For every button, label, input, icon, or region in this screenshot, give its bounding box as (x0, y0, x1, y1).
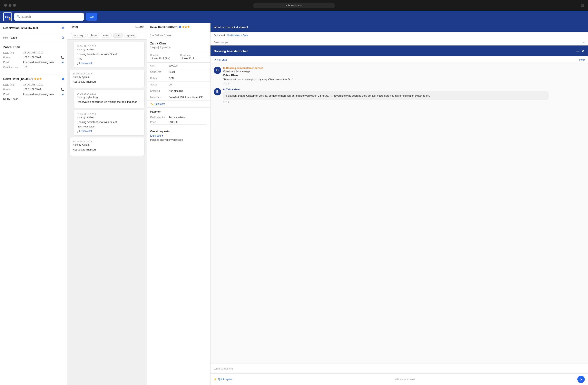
note-meta-2: 24 Oct 2017, 12:10 (73, 72, 142, 75)
tab-summary[interactable]: summary (71, 33, 86, 38)
quick-replies-button[interactable]: ⚡ Quick replies (214, 378, 232, 381)
extra-bed-label: Extra bed (150, 135, 161, 137)
email-value: test-email-int@booking.com (23, 61, 60, 64)
hotel-phone-icon[interactable]: 📞 (61, 88, 64, 91)
extra-bed-row[interactable]: Extra bed ▾ (150, 135, 207, 137)
middle-header: Hotel Guest (67, 23, 147, 31)
local-time-value: 24 Oct 2017 10:02 (23, 51, 64, 54)
phone-icon[interactable]: 📞 (61, 56, 64, 59)
send-icon: ➤ (580, 377, 583, 381)
detail-rows: Cost €100.00 Cancl. fee €0.00 Policy GEN… (147, 63, 210, 100)
hotel-local-time-value: 24 Oct 2017 10:02 (23, 83, 64, 86)
note-author-3: Note by mybooking (77, 96, 142, 99)
chat-minimize-button[interactable]: — (576, 49, 579, 53)
tab-email[interactable]: email (101, 33, 112, 38)
cost-label: Cost (150, 64, 169, 67)
guest-section: Zahra Khan Local time 24 Oct 2017 10:02 … (0, 42, 67, 74)
checkout-block: Check-out 12 Nov 2017 (180, 54, 207, 60)
phone-value: +00 11 22 33 44 (23, 56, 59, 59)
tab-phone[interactable]: phone (87, 33, 99, 38)
email-row: Email test-email-int@booking.com ✉ (3, 61, 64, 64)
cancl-value: €0.00 (169, 71, 207, 73)
hotel-email-icon[interactable]: ✉ (62, 93, 64, 96)
tab-chat[interactable]: chat (113, 33, 123, 38)
top-toolbar: TED 🔍 Go (0, 11, 588, 23)
chat-input-area[interactable]: Write something (210, 364, 588, 373)
hotel-email-value: test-email-int@booking.com (23, 93, 60, 96)
message-note: Guest sent this message (223, 70, 585, 73)
browser-icon: ⊡ (581, 3, 584, 8)
email-icon[interactable]: ✉ (62, 61, 64, 64)
search-input[interactable] (22, 15, 81, 18)
chat-header-actions: — ✕ (576, 49, 585, 53)
send-hint: shift + enter to send (395, 378, 415, 381)
chat-bubble-2: I just sent that to Customer Service, so… (223, 91, 549, 100)
message-body-1: to Booking.com Customer Service Guest se… (223, 67, 585, 85)
hotel-detail-copy-icon[interactable]: ⧉ (179, 25, 181, 29)
hotel-section-name: Relax Hotel (1234567) ★★★ ⧉ (3, 77, 64, 81)
open-chat-button-1[interactable]: 💬 Open chat (77, 62, 92, 65)
cancl-label: Cancl. fee (150, 71, 169, 73)
browser-dot-2 (9, 4, 11, 7)
status-label: Status (150, 83, 169, 86)
message-body-2: to Zahra Khan I just sent that to Custom… (223, 88, 585, 104)
url-bar[interactable]: cs.booking.com (253, 3, 335, 8)
chat-header: Booking Assistant chat — ✕ (210, 46, 588, 56)
go-button[interactable]: Go (86, 13, 97, 20)
quick-replies-label: Quick replies (218, 378, 232, 381)
guest-stay-name: Zahra Khan (150, 42, 207, 45)
pin-copy-icon[interactable]: ⧉ (62, 36, 64, 39)
price-row: Price €100.00 (150, 120, 207, 125)
guest-stay-nights: 1 night | 1 guest(s) (150, 46, 207, 49)
checkin-block: Check-in 11 Nov 2017 (Sat) (150, 54, 177, 60)
phone-label: Phone (3, 56, 22, 59)
note-meta-5: 24 Oct 2017, 12:10 (73, 140, 142, 143)
note-author: Note by bwalker (77, 48, 142, 51)
middle-header-hotel: Hotel (71, 25, 78, 29)
edit-room-button[interactable]: ✏️ Edit room (147, 100, 210, 108)
help-link[interactable]: Help (579, 58, 585, 61)
note-card-4: 24 Oct 2017, 12:10 Note by bwalker Booki… (74, 110, 144, 135)
checkout-label: Check-out (180, 54, 207, 56)
smoking-label: Smoking (150, 90, 169, 92)
chat-input-placeholder[interactable]: Write something (214, 366, 585, 371)
chat-overlay: What is this ticket about? Quick add: Mo… (210, 23, 588, 385)
ticket-header: What is this ticket about? (210, 23, 588, 32)
tab-system[interactable]: system (124, 33, 137, 38)
chat-bubble-icon-2: 💬 (77, 130, 80, 133)
reservation-header: Reservation 1234.567.890 ⧉ (0, 23, 67, 33)
local-time-label: Local time (3, 51, 22, 54)
message-time-1: 12:10 (223, 82, 585, 85)
hotel-phone-value: +00 11 22 33 44 (23, 88, 59, 91)
chat-footer: ⚡ Quick replies shift + enter to send ➤ (210, 373, 588, 385)
hotel-cvc-row: No CVC code (3, 98, 64, 100)
note-content-4: Booking Assistant chat with Guest (77, 120, 142, 124)
message-time-2: 12:10 (223, 101, 585, 103)
hotel-copy-icon[interactable]: ⧉ (62, 77, 64, 81)
chat-bubble-icon: 💬 (77, 62, 80, 65)
hotel-local-time-row: Local time 24 Oct 2017 10:02 (3, 83, 64, 86)
open-chat-button-2[interactable]: 💬 Open chat (77, 130, 92, 133)
chat-title: Booking Assistant chat (214, 49, 248, 53)
edit-room-icon: ✏️ (150, 103, 153, 105)
sender-name-1: Zahra Khan (223, 74, 585, 77)
sender-bot-label: to Zahra Khan (223, 88, 585, 91)
detail-row-mealplans: Mealplans Breakfast €10, lunch dinner €3… (147, 94, 210, 100)
country-label: Country code (3, 66, 22, 69)
note-card-5: 24 Oct 2017, 12:10 Note by system Reques… (70, 137, 144, 155)
chat-close-button[interactable]: ✕ (582, 49, 585, 53)
note-quote: "nice" (77, 57, 142, 60)
hotel-phone-row: Phone +00 11 22 33 44 📞 (3, 88, 64, 91)
chat-message-2: B to Zahra Khan I just sent that to Cust… (214, 88, 585, 104)
reservation-copy-icon[interactable]: ⧉ (62, 26, 64, 30)
booking-avatar-1: B (214, 67, 221, 74)
note-meta: 24 Oct 2017, 12:10 (77, 45, 142, 47)
send-button[interactable]: ➤ (577, 376, 585, 383)
main-layout: Reservation 1234.567.890 ⧉ PIN 1234 ⧉ Za… (0, 23, 588, 385)
full-chat-link[interactable]: ↗ Full chat (214, 58, 227, 61)
quick-add-value[interactable]: Modification > Date (227, 34, 248, 37)
reservation-title: Reservation 1234.567.890 (3, 26, 38, 30)
guest-requests-title: Guest requests (150, 130, 207, 133)
policy-value: GEN (169, 77, 207, 80)
select-topic-placeholder[interactable]: Select a topic (214, 41, 229, 44)
